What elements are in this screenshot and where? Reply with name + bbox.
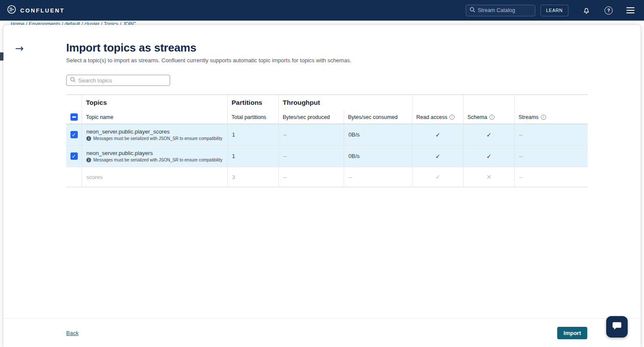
schema-cross-icon: ✕ (486, 174, 491, 180)
col-header-bytes-produced: Bytes/sec produced (278, 110, 344, 124)
col-header-total-partitions: Total partitions (227, 110, 278, 124)
search-icon (70, 76, 76, 84)
table-row[interactable]: neon_server.public.players Messages must… (66, 146, 588, 167)
group-header-partitions: Partitions (227, 95, 278, 110)
menu-hamburger-icon[interactable] (626, 7, 635, 13)
col-header-streams: Streams (514, 110, 588, 124)
topic-name: neon_server.public.players (86, 150, 153, 156)
search-topics-field[interactable] (66, 75, 170, 86)
info-icon[interactable] (541, 115, 546, 120)
select-all-checkbox[interactable] (70, 113, 78, 121)
topic-note: Messages must be serialized with JSON_SR… (86, 158, 223, 162)
info-icon[interactable] (489, 115, 494, 120)
page-title: Import topics as streams (66, 41, 196, 55)
col-header-topic-name: Topic name (82, 110, 227, 124)
help-icon[interactable] (604, 6, 613, 15)
page-subtitle: Select a topic(s) to import as streams. … (66, 57, 351, 64)
header-spacer (514, 95, 588, 110)
streams-value: -- (514, 167, 588, 187)
stream-catalog-input[interactable] (478, 7, 531, 13)
header-spacer (66, 95, 82, 110)
read-access-check-icon: ✓ (435, 174, 440, 180)
confluent-logo-icon (7, 5, 16, 16)
bytes-consumed-value: -- (344, 167, 412, 187)
col-header-read-access: Read access (412, 110, 463, 124)
notifications-bell-icon[interactable] (582, 6, 591, 15)
back-link[interactable]: Back (66, 330, 79, 336)
table-header: Topics Partitions Throughput Topic name … (66, 94, 588, 124)
panel-footer: Back Import (3, 318, 641, 347)
partitions-value: 1 (227, 124, 278, 145)
info-icon (86, 158, 91, 162)
col-header-schema: Schema (463, 110, 514, 124)
col-header-bytes-consumed: Bytes/sec consumed (344, 110, 412, 124)
topic-name: neon_server.public.player_scores (86, 128, 170, 135)
topics-table: Topics Partitions Throughput Topic name … (66, 94, 588, 187)
table-row[interactable]: neon_server.public.player_scores Message… (66, 124, 588, 146)
bytes-consumed-value: 0B/s (344, 146, 412, 167)
schema-check-icon: ✓ (486, 131, 491, 138)
table-row: scores 3 -- -- ✓ ✕ -- (66, 167, 588, 187)
collapse-panel-arrow-icon[interactable]: → (13, 43, 26, 54)
row-checkbox[interactable] (70, 152, 78, 160)
schema-check-icon: ✓ (486, 153, 491, 160)
header-spacer (412, 95, 463, 110)
info-icon[interactable] (449, 115, 455, 120)
search-topics-input[interactable] (78, 77, 166, 84)
topic-name: scores (86, 174, 103, 180)
header-spacer (463, 95, 514, 110)
partitions-value: 3 (227, 167, 278, 187)
partitions-value: 1 (227, 146, 278, 167)
stream-catalog-search[interactable] (466, 5, 535, 16)
topic-note: Messages must be serialized with JSON_SR… (86, 136, 223, 141)
chat-bubble-icon (611, 320, 623, 333)
search-icon (470, 6, 475, 14)
confluent-brand[interactable]: CONFLUENT (7, 5, 65, 16)
read-access-check-icon: ✓ (435, 153, 440, 160)
read-access-check-icon: ✓ (435, 131, 440, 138)
info-icon (86, 136, 91, 141)
chat-launcher-button[interactable] (606, 316, 628, 338)
group-header-topics: Topics (82, 95, 227, 110)
import-button[interactable]: Import (557, 327, 587, 339)
learn-button[interactable]: LEARN (540, 5, 568, 16)
bytes-consumed-value: 0B/s (344, 124, 412, 145)
row-checkbox[interactable] (70, 131, 78, 138)
bytes-produced-value: -- (278, 167, 344, 187)
top-navbar: CONFLUENT LEARN (0, 0, 644, 21)
brand-text: CONFLUENT (20, 7, 65, 14)
streams-value: -- (514, 146, 588, 167)
bytes-produced-value: -- (278, 124, 344, 145)
streams-value: -- (514, 124, 588, 145)
bytes-produced-value: -- (278, 146, 344, 167)
import-topics-panel: → Import topics as streams Select a topi… (3, 25, 641, 347)
group-header-throughput: Throughput (278, 95, 412, 110)
